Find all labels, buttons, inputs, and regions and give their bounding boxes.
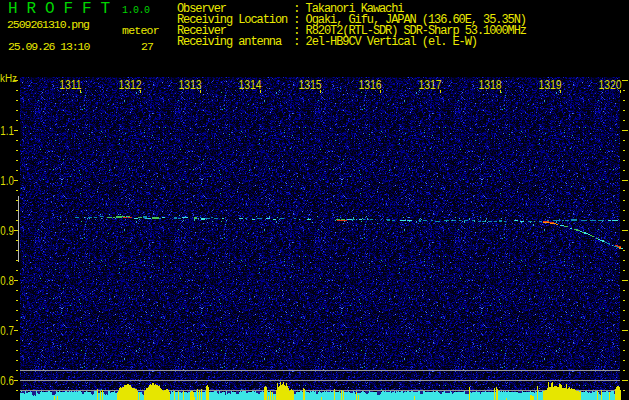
svg-text:1319: 1319 xyxy=(538,78,561,91)
svg-text:0.9: 0.9 xyxy=(0,222,14,237)
svg-text:1320: 1320 xyxy=(598,78,621,91)
svg-text:1316: 1316 xyxy=(358,78,381,91)
svg-text:0.8: 0.8 xyxy=(0,272,14,287)
svg-text:kHz: kHz xyxy=(0,73,17,85)
svg-text:1.1: 1.1 xyxy=(0,122,14,137)
svg-text:0.6: 0.6 xyxy=(0,372,14,387)
svg-text:1314: 1314 xyxy=(238,78,262,91)
svg-text:1311: 1311 xyxy=(59,78,81,91)
svg-text:1312: 1312 xyxy=(118,78,141,91)
svg-text:1317: 1317 xyxy=(418,78,441,91)
svg-text:0.7: 0.7 xyxy=(0,322,14,337)
svg-text:1313: 1313 xyxy=(178,78,201,91)
svg-text:1315: 1315 xyxy=(298,78,321,91)
svg-text:1318: 1318 xyxy=(478,78,501,91)
svg-text:1.0: 1.0 xyxy=(0,172,14,187)
